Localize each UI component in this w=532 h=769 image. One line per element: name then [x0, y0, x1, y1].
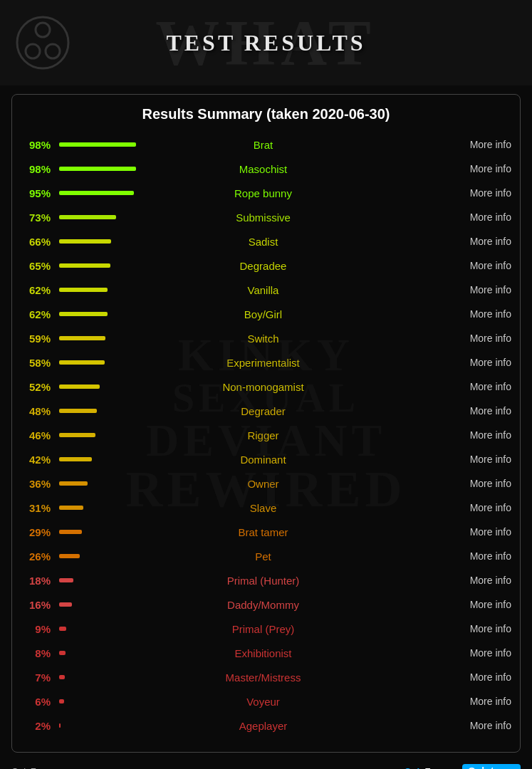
- bar-cell: [55, 399, 140, 423]
- table-row: 73% Submissive More info: [21, 205, 511, 229]
- table-row: 62% Vanilla More info: [21, 278, 511, 302]
- percent-cell: 36%: [21, 471, 55, 496]
- more-info-button[interactable]: More info: [386, 592, 511, 617]
- percent-cell: 52%: [21, 375, 55, 399]
- label-cell: Rigger: [140, 423, 386, 447]
- bar-cell: [55, 326, 140, 350]
- label-cell: Primal (Hunter): [140, 568, 386, 592]
- more-info-button[interactable]: More info: [386, 181, 511, 205]
- more-info-button[interactable]: More info: [386, 302, 511, 326]
- bar-cell: [55, 181, 140, 205]
- more-info-button[interactable]: More info: [386, 471, 511, 496]
- footer-right: OnlyFans.cc Onlytreon: [405, 764, 521, 769]
- percent-cell: 73%: [21, 205, 55, 229]
- label-cell: Exhibitionist: [140, 641, 386, 665]
- more-info-button[interactable]: More info: [386, 229, 511, 253]
- bar-cell: [55, 471, 140, 496]
- bar-cell: [55, 568, 140, 592]
- table-row: 18% Primal (Hunter) More info: [21, 568, 511, 592]
- table-row: 26% Pet More info: [21, 544, 511, 568]
- more-info-button[interactable]: More info: [386, 132, 511, 157]
- label-cell: Experimentalist: [140, 350, 386, 375]
- table-row: 59% Switch More info: [21, 326, 511, 350]
- percent-cell: 46%: [21, 423, 55, 447]
- table-row: 2% Ageplayer More info: [21, 713, 511, 738]
- label-cell: Master/Mistress: [140, 665, 386, 689]
- more-info-button[interactable]: More info: [386, 617, 511, 641]
- table-row: 98% Masochist More info: [21, 157, 511, 181]
- more-info-button[interactable]: More info: [386, 375, 511, 399]
- bar-cell: [55, 641, 140, 665]
- label-cell: Rope bunny: [140, 181, 386, 205]
- bar-cell: [55, 592, 140, 617]
- table-row: 9% Primal (Prey) More info: [21, 617, 511, 641]
- more-info-button[interactable]: More info: [386, 350, 511, 375]
- more-info-button[interactable]: More info: [386, 496, 511, 520]
- more-info-button[interactable]: More info: [386, 568, 511, 592]
- label-cell: Boy/Girl: [140, 302, 386, 326]
- percent-cell: 8%: [21, 641, 55, 665]
- table-row: 52% Non-monogamist More info: [21, 375, 511, 399]
- more-info-button[interactable]: More info: [386, 278, 511, 302]
- bar-cell: [55, 205, 140, 229]
- bar-cell: [55, 350, 140, 375]
- results-table: 98% Brat More info 98% Masochist More in…: [21, 132, 511, 738]
- label-cell: Dominant: [140, 447, 386, 471]
- percent-cell: 18%: [21, 568, 55, 592]
- percent-cell: 62%: [21, 278, 55, 302]
- onlyfans-text: OnlyFans.cc: [405, 766, 459, 770]
- more-info-button[interactable]: More info: [386, 157, 511, 181]
- table-row: 42% Dominant More info: [21, 447, 511, 471]
- table-row: 48% Degrader More info: [21, 399, 511, 423]
- label-cell: Owner: [140, 471, 386, 496]
- more-info-button[interactable]: More info: [386, 399, 511, 423]
- svg-point-0: [17, 17, 68, 68]
- percent-cell: 2%: [21, 713, 55, 738]
- percent-cell: 6%: [21, 689, 55, 713]
- more-info-button[interactable]: More info: [386, 544, 511, 568]
- header-logo-icon: [14, 14, 71, 71]
- percent-cell: 26%: [21, 544, 55, 568]
- bar-cell: [55, 689, 140, 713]
- label-cell: Slave: [140, 496, 386, 520]
- page-title: Test Results: [166, 30, 365, 56]
- table-row: 98% Brat More info: [21, 132, 511, 157]
- table-row: 8% Exhibitionist More info: [21, 641, 511, 665]
- percent-cell: 95%: [21, 181, 55, 205]
- label-cell: Degradee: [140, 253, 386, 278]
- label-cell: Brat tamer: [140, 520, 386, 544]
- more-info-button[interactable]: More info: [386, 641, 511, 665]
- percent-cell: 66%: [21, 229, 55, 253]
- more-info-button[interactable]: More info: [386, 447, 511, 471]
- more-info-button[interactable]: More info: [386, 423, 511, 447]
- percent-cell: 58%: [21, 350, 55, 375]
- bar-cell: [55, 520, 140, 544]
- more-info-button[interactable]: More info: [386, 205, 511, 229]
- label-cell: Brat: [140, 132, 386, 157]
- more-info-button[interactable]: More info: [386, 665, 511, 689]
- percent-cell: 9%: [21, 617, 55, 641]
- percent-cell: 98%: [21, 157, 55, 181]
- bar-cell: [55, 302, 140, 326]
- bar-cell: [55, 253, 140, 278]
- more-info-button[interactable]: More info: [386, 326, 511, 350]
- label-cell: Submissive: [140, 205, 386, 229]
- more-info-button[interactable]: More info: [386, 253, 511, 278]
- summary-title: Results Summary (taken 2020-06-30): [21, 106, 511, 122]
- more-info-button[interactable]: More info: [386, 689, 511, 713]
- percent-cell: 42%: [21, 447, 55, 471]
- more-info-button[interactable]: More info: [386, 713, 511, 738]
- label-cell: Switch: [140, 326, 386, 350]
- label-cell: Ageplayer: [140, 713, 386, 738]
- label-cell: Sadist: [140, 229, 386, 253]
- bar-cell: [55, 229, 140, 253]
- percent-cell: 48%: [21, 399, 55, 423]
- more-info-button[interactable]: More info: [386, 520, 511, 544]
- label-cell: Degrader: [140, 399, 386, 423]
- percent-cell: 29%: [21, 520, 55, 544]
- footer: OnlyFans.cc OnlyFans.cc Onlytreon: [0, 761, 532, 769]
- bar-cell: [55, 447, 140, 471]
- label-cell: Voyeur: [140, 689, 386, 713]
- percent-cell: 98%: [21, 132, 55, 157]
- table-row: 6% Voyeur More info: [21, 689, 511, 713]
